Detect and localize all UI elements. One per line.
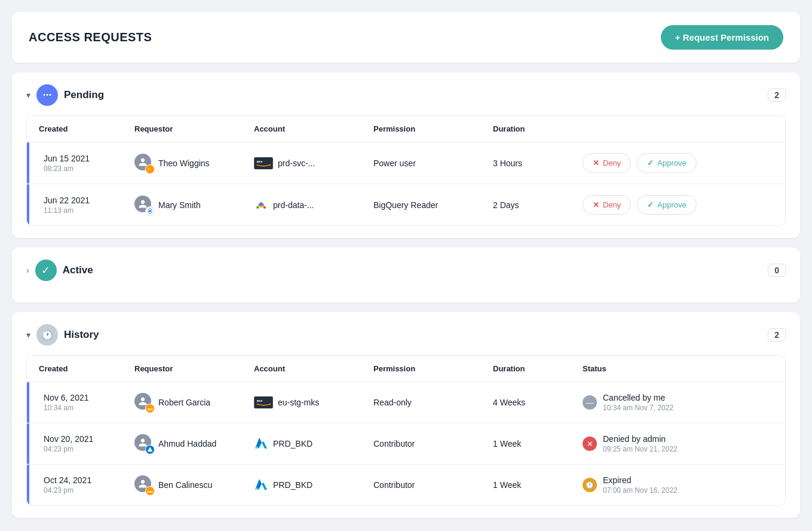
pending-col-permission: Permission [373, 124, 493, 133]
duration-cell: 1 Week [493, 439, 583, 448]
account-cell: aws prd-svc-... [254, 157, 373, 169]
account-name: eu-stg-mks [278, 398, 319, 407]
account-name: PRD_BKD [273, 480, 312, 490]
table-row: Jun 22 2021 11:13 am [27, 184, 785, 225]
date-time: 10:34 am [44, 404, 134, 412]
status-label: Denied by admin [603, 434, 678, 444]
account-name: PRD_BKD [273, 439, 312, 448]
table-row: Nov 6, 2021 10:34 am aws Robert Garcia [27, 382, 785, 423]
approve-label: Approve [657, 200, 686, 209]
pending-col-account: Account [254, 124, 373, 133]
history-section: ▾ 🕐 History 2 Created Requestor Account … [12, 312, 800, 518]
deny-x-icon: ✕ [593, 158, 599, 167]
pending-col-created: Created [39, 124, 134, 133]
top-bar: ACCESS REQUESTS + Request Permission [12, 12, 800, 63]
account-cell: prd-data-... [254, 198, 373, 212]
account-cell: aws eu-stg-mks [254, 396, 373, 408]
status-time: 10:34 am Nov 7, 2022 [603, 404, 673, 412]
row-border [27, 423, 29, 464]
request-permission-button[interactable]: + Request Permission [661, 25, 783, 50]
deny-button[interactable]: ✕ Deny [583, 153, 631, 173]
svg-text:aws: aws [147, 490, 153, 493]
provider-badge-aws: aws [145, 486, 155, 496]
gcp-logo-icon [254, 198, 268, 212]
history-col-duration: Duration [493, 364, 583, 373]
aws-logo-icon: aws [254, 157, 273, 169]
pending-table-header: Created Requestor Account Permission Dur… [27, 116, 785, 142]
user-icon [134, 434, 154, 453]
permission-cell: Read-only [373, 398, 493, 407]
pending-icon: ··· [36, 84, 58, 106]
date-time: 08:23 am [44, 164, 134, 173]
requestor-name: Mary Smith [158, 200, 201, 210]
actions-cell: ✕ Deny ✓ Approve [583, 195, 773, 215]
account-name: prd-svc-... [278, 158, 315, 168]
history-col-account: Account [254, 364, 373, 373]
denied-icon: ✕ [583, 437, 597, 451]
requestor-cell: Theo Wiggins [134, 154, 254, 173]
permission-cell: Contributor [373, 480, 493, 490]
history-chevron[interactable]: ▾ [26, 330, 30, 340]
svg-text:aws: aws [256, 160, 262, 163]
provider-badge-aws: aws [145, 404, 155, 413]
status-time: 07:00 am Nov 16, 2022 [603, 486, 678, 495]
duration-cell: 1 Week [493, 480, 583, 490]
active-title: Active [63, 264, 93, 276]
requestor-name: Ahmud Haddad [158, 439, 216, 448]
pending-section: ▾ ··· Pending 2 Created Requestor Accoun… [12, 72, 800, 238]
history-table: Created Requestor Account Permission Dur… [26, 355, 786, 506]
date-time: 04:23 pm [44, 486, 134, 495]
approve-button[interactable]: ✓ Approve [637, 153, 696, 173]
azure-logo-icon [254, 437, 268, 451]
azure-logo-icon [254, 478, 268, 492]
duration-cell: 2 Days [493, 200, 583, 210]
row-border [27, 465, 29, 505]
pending-chevron[interactable]: ▾ [26, 90, 30, 100]
user-icon [134, 196, 154, 215]
svg-marker-15 [255, 479, 262, 490]
active-header: › ✓ Active 0 [26, 260, 786, 281]
status-text: Denied by admin 09:25 am Nov 21, 2022 [603, 434, 678, 453]
deny-x-icon: ✕ [593, 200, 599, 209]
date-main: Oct 24, 2021 [44, 475, 134, 485]
requestor-name: Ben Calinescu [158, 480, 212, 490]
pending-col-duration: Duration [493, 124, 583, 133]
date-cell: Nov 6, 2021 10:34 am [39, 393, 134, 412]
history-col-permission: Permission [373, 364, 493, 373]
account-cell: PRD_BKD [254, 437, 373, 451]
user-icon: aws [134, 475, 154, 495]
provider-badge-azure [145, 445, 155, 454]
svg-marker-16 [262, 483, 267, 490]
svg-text:aws: aws [256, 399, 262, 402]
history-count: 2 [768, 328, 786, 341]
date-time: 04:23 pm [44, 445, 134, 453]
active-section: › ✓ Active 0 [12, 248, 800, 303]
pending-header: ▾ ··· Pending 2 [26, 84, 786, 106]
svg-marker-10 [148, 447, 153, 452]
row-border [27, 184, 29, 225]
active-chevron[interactable]: › [26, 266, 29, 275]
status-text: Cancelled by me 10:34 am Nov 7, 2022 [603, 393, 673, 412]
history-table-header: Created Requestor Account Permission Dur… [27, 356, 785, 382]
permission-cell: Contributor [373, 439, 493, 448]
row-border [27, 142, 29, 184]
svg-marker-11 [255, 438, 262, 448]
requestor-cell: aws Ben Calinescu [134, 475, 254, 495]
requestor-name: Robert Garcia [158, 398, 210, 407]
date-cell: Nov 20, 2021 04:23 pm [39, 434, 134, 453]
history-title: History [64, 329, 99, 341]
pending-col-actions [583, 124, 773, 133]
history-col-requestor: Requestor [134, 364, 254, 373]
date-cell: Jun 15 2021 08:23 am [39, 154, 134, 173]
duration-cell: 3 Hours [493, 158, 583, 168]
requestor-cell: Ahmud Haddad [134, 434, 254, 453]
date-cell: Oct 24, 2021 04:23 pm [39, 475, 134, 495]
page-container: ACCESS REQUESTS + Request Permission ▾ ·… [12, 12, 800, 518]
approve-button[interactable]: ✓ Approve [637, 195, 696, 215]
status-label: Expired [603, 475, 678, 485]
permission-cell: BigQuery Reader [373, 200, 493, 210]
date-main: Nov 6, 2021 [44, 393, 134, 402]
duration-cell: 4 Weeks [493, 398, 583, 407]
svg-point-4 [256, 206, 259, 209]
deny-button[interactable]: ✕ Deny [583, 195, 631, 215]
